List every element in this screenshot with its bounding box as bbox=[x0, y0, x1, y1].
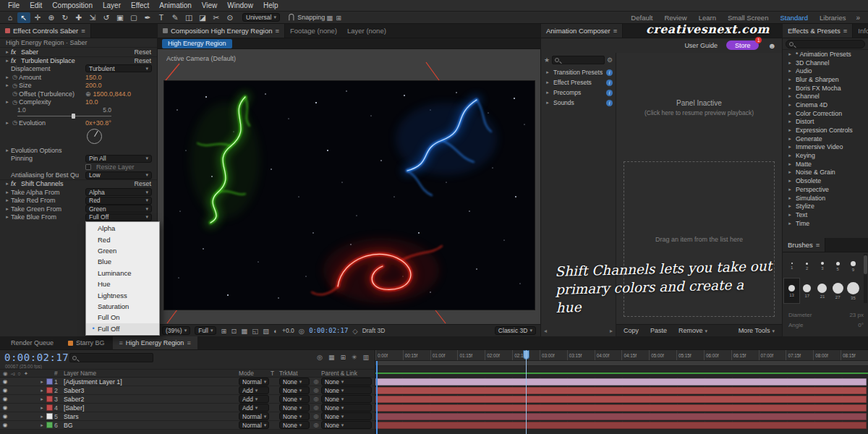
resolution-dropdown[interactable]: Full bbox=[195, 326, 216, 335]
menu-item[interactable]: Help bbox=[258, 1, 284, 9]
layer-visibility-icon[interactable] bbox=[0, 404, 10, 411]
brush-size-cell[interactable]: 2 bbox=[799, 254, 814, 278]
info-icon[interactable]: i bbox=[606, 69, 613, 76]
video-column-icon[interactable]: ◉ bbox=[3, 370, 8, 377]
track-matte-dropdown[interactable]: None bbox=[279, 378, 310, 386]
favorites-star-icon[interactable]: ★ bbox=[544, 56, 550, 64]
renderer-dropdown[interactable]: Classic 3D bbox=[495, 326, 536, 335]
twirl-icon[interactable] bbox=[786, 203, 793, 209]
channel-option[interactable]: Blue bbox=[86, 256, 159, 267]
twirl-icon[interactable] bbox=[786, 127, 793, 133]
layer-color-swatch[interactable] bbox=[46, 378, 53, 385]
effects-category[interactable]: Immersive Video bbox=[783, 143, 868, 152]
effects-category[interactable]: Generate bbox=[783, 135, 868, 143]
workspace-tab[interactable]: Default bbox=[625, 14, 658, 22]
blend-mode-dropdown[interactable]: Add bbox=[239, 386, 269, 394]
layer-color-swatch[interactable] bbox=[46, 413, 53, 420]
dolly-camera-tool-icon[interactable]: ⇲ bbox=[86, 12, 99, 23]
orbit-camera-tool-icon[interactable]: ↻ bbox=[59, 12, 72, 23]
twirl-icon[interactable] bbox=[4, 75, 11, 80]
info-icon[interactable]: i bbox=[606, 100, 613, 106]
stopwatch-icon[interactable] bbox=[11, 82, 19, 89]
layer-row[interactable]: 3 Saber2 Add None None bbox=[0, 395, 375, 404]
twirl-icon[interactable] bbox=[786, 212, 793, 218]
exposure-value[interactable]: +0.0 bbox=[282, 327, 294, 334]
user-guide-button[interactable]: User Guide bbox=[684, 42, 718, 49]
effects-category[interactable]: Simulation bbox=[783, 194, 868, 203]
info-icon[interactable]: i bbox=[606, 90, 613, 96]
workspace-tab[interactable]: Standard bbox=[774, 14, 814, 22]
track-matte-dropdown[interactable]: None bbox=[279, 412, 310, 420]
layer-color-swatch[interactable] bbox=[46, 396, 53, 402]
timeline-search-input[interactable] bbox=[69, 353, 153, 362]
magnification-dropdown[interactable]: (39%) bbox=[162, 326, 190, 335]
pinning-dropdown[interactable]: Pin All bbox=[85, 155, 152, 163]
timeline-timecode[interactable]: 0:00:02:17 bbox=[4, 352, 69, 363]
effects-search-input[interactable] bbox=[786, 40, 865, 48]
layer-twirl-icon[interactable] bbox=[38, 422, 46, 428]
mask-outlines-icon[interactable]: ◱ bbox=[252, 327, 258, 335]
menu-item[interactable]: Animation bbox=[154, 1, 196, 9]
blend-mode-dropdown[interactable]: Add bbox=[239, 395, 269, 403]
brush-size-cell[interactable]: 35 bbox=[846, 278, 861, 303]
effects-category[interactable]: Perspective bbox=[783, 185, 868, 194]
effects-category[interactable]: 3D Channel bbox=[783, 59, 868, 67]
layer-twirl-icon[interactable] bbox=[38, 414, 46, 420]
layer-row[interactable]: 1 [Adjustment Layer 1] Normal None None bbox=[0, 378, 375, 386]
amount-value[interactable]: 150.0 bbox=[85, 74, 102, 81]
effects-category[interactable]: Noise & Grain bbox=[783, 169, 868, 177]
layer-name[interactable]: Saber3 bbox=[64, 387, 239, 394]
channel-view-icon[interactable]: ▧ bbox=[263, 327, 269, 335]
draft-3d-toggle[interactable]: Draft 3D bbox=[362, 327, 386, 334]
tab-layer[interactable]: Layer (none) bbox=[342, 24, 391, 38]
channel-option[interactable]: • Full Off bbox=[86, 323, 159, 334]
parent-pickwhip-icon[interactable] bbox=[311, 413, 321, 420]
channel-source-dropdown[interactable]: Red bbox=[85, 197, 152, 205]
tool-options-dropdown[interactable]: Universal bbox=[242, 13, 280, 22]
more-tools-dropdown[interactable]: More Tools bbox=[739, 327, 775, 334]
twirl-icon[interactable] bbox=[4, 49, 11, 55]
layer-color-swatch[interactable] bbox=[46, 422, 53, 428]
workspace-overflow-icon[interactable]: » bbox=[851, 14, 864, 22]
panel-menu-icon[interactable] bbox=[816, 241, 820, 249]
offset-value[interactable]: 1500.0,844.0 bbox=[93, 90, 132, 98]
reset-link[interactable]: Reset bbox=[134, 57, 151, 64]
twirl-icon[interactable] bbox=[786, 195, 793, 201]
evolution-dial[interactable] bbox=[87, 129, 102, 144]
pan-camera-tool-icon[interactable]: ✚ bbox=[72, 12, 85, 23]
brushes-scrollbar[interactable] bbox=[864, 254, 867, 303]
composition-mini-flowchart-icon[interactable]: ◎ bbox=[317, 354, 323, 361]
twirl-icon[interactable] bbox=[786, 136, 793, 142]
blend-mode-dropdown[interactable]: Normal bbox=[239, 412, 269, 420]
twirl-icon[interactable] bbox=[786, 77, 793, 82]
layer-visibility-icon[interactable] bbox=[0, 422, 10, 428]
layer-color-swatch[interactable] bbox=[46, 387, 53, 393]
comp-image[interactable] bbox=[164, 81, 535, 310]
effects-category[interactable]: Audio bbox=[783, 67, 868, 75]
effects-category[interactable]: Obsolete bbox=[783, 176, 868, 185]
snapshot-icon[interactable]: ◎ bbox=[299, 327, 305, 335]
slider-thumb[interactable] bbox=[72, 114, 75, 119]
motion-blur-icon[interactable]: ✳ bbox=[352, 354, 357, 361]
channel-option[interactable]: Luminance bbox=[86, 268, 159, 278]
channel-option[interactable]: Green bbox=[86, 245, 159, 256]
panel-menu-icon[interactable] bbox=[613, 27, 618, 35]
menu-item[interactable]: Layer bbox=[98, 1, 126, 9]
size-value[interactable]: 200.0 bbox=[85, 82, 102, 89]
region-of-interest-icon[interactable]: ⊡ bbox=[231, 327, 237, 335]
tab-composition[interactable]: Composition High Energy Region bbox=[158, 24, 285, 38]
panel-menu-icon[interactable] bbox=[119, 339, 123, 346]
twirl-icon[interactable] bbox=[786, 93, 793, 99]
brush-size-cell[interactable]: 21 bbox=[814, 278, 830, 303]
twirl-icon[interactable] bbox=[544, 80, 551, 85]
brush-tool-icon[interactable]: ✎ bbox=[169, 12, 182, 23]
anchor-crosshair-icon[interactable] bbox=[85, 90, 91, 98]
evolution-value[interactable]: 0x+30.8° bbox=[85, 119, 111, 127]
menu-item[interactable]: View bbox=[197, 1, 223, 9]
preset-group-row[interactable]: Transition Presets i bbox=[541, 67, 616, 77]
stopwatch-icon[interactable] bbox=[11, 74, 19, 80]
zoom-tool-icon[interactable]: ⊕ bbox=[45, 12, 58, 23]
tab-footage[interactable]: Footage (none) bbox=[285, 24, 342, 38]
tab-info[interactable]: Info bbox=[853, 24, 868, 38]
brush-size-cell[interactable]: 5 bbox=[830, 254, 846, 278]
